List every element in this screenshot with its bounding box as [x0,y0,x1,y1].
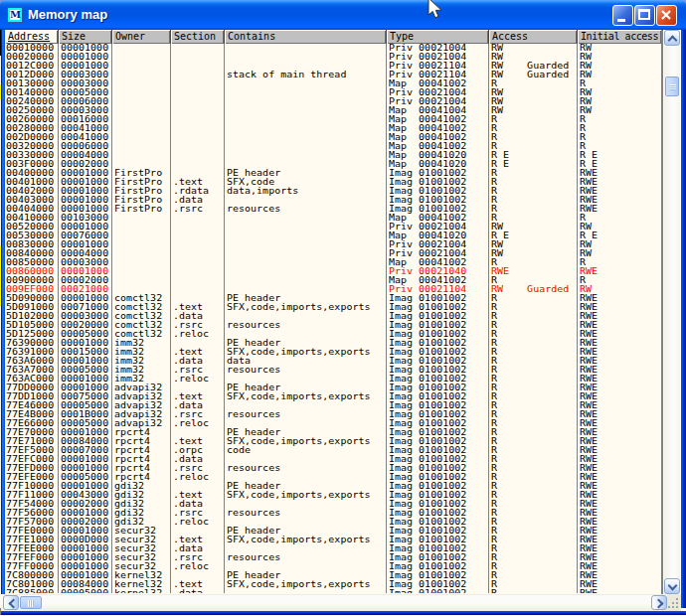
cell-access: R [491,410,497,418]
cell-type: Imag 01001002 [389,375,466,383]
column-header-section[interactable]: Section [171,30,224,44]
cell-size: 00001000 [61,464,108,472]
cell-contains: data [227,357,251,365]
cell-address: 77FE1000 [6,536,54,543]
cell-contains: resources [227,366,280,374]
maximize-button[interactable] [634,5,655,26]
cell-size: 00005000 [61,589,108,593]
cell-type: Imag 01001002 [389,401,466,409]
cell-size: 00001000 [61,571,108,579]
cell-access: R [491,169,497,177]
scroll-up-button[interactable] [664,30,680,46]
resize-gripper[interactable] [667,595,681,611]
table-body[interactable]: 0001000000001000Priv 00021004RWRW0002000… [5,44,661,593]
window-border-right [680,30,686,608]
close-button[interactable] [656,5,677,26]
cell-type: Imag 01001002 [389,571,466,579]
cell-section: .text [173,178,203,186]
thumb-grip [28,600,34,607]
cell-size: 00001000 [61,455,108,463]
scroll-down-button[interactable] [664,578,680,594]
cell-size: 00001000 [61,375,108,383]
column-header-type[interactable]: Type [387,30,488,44]
cell-initial-access: RW [580,285,592,293]
horizontal-scroll-thumb[interactable] [20,596,42,609]
horizontal-scrollbar[interactable] [1,594,681,611]
cell-address: 00020000 [6,53,54,61]
cell-contains: PE header [227,339,280,347]
scroll-right-button[interactable] [651,595,667,610]
cell-address: 77F10000 [6,482,54,490]
vertical-scrollbar[interactable] [664,30,680,594]
cell-address: 00010000 [6,44,54,52]
cell-address: 00410000 [6,214,54,222]
cell-section: .data [173,401,203,409]
cell-initial-access: R E [580,231,598,239]
cell-initial-access: RWE [580,500,598,508]
chevron-down-icon [668,581,678,591]
cell-size: 00001000 [61,240,108,248]
cell-owner: comctl32 [114,294,162,302]
cell-access: R [491,196,497,204]
cell-access: R [491,428,497,436]
cell-owner: FirstPro [114,196,162,204]
cell-contains: SFX,code,imports,exports [227,303,371,311]
cell-initial-access: RWE [580,553,598,561]
column-divider [58,44,59,593]
column-header-owner[interactable]: Owner [112,30,170,44]
cell-contains: SFX,code,imports,exports [227,580,371,588]
cell-size: 00006000 [61,97,108,105]
cell-contains: PE header [227,384,280,391]
cell-address: 77F11000 [6,491,54,499]
memory-map-window: M Memory map AddressSizeOwnerSectionCont… [0,0,686,616]
cell-size: 00084000 [61,437,108,445]
cell-initial-access: RWE [580,169,598,177]
cell-access: R [491,518,497,526]
cell-address: 763A7000 [6,366,54,374]
cell-access: R [491,419,497,427]
cell-initial-access: R [580,133,586,141]
cell-address: 00400000 [6,169,54,177]
cell-owner: secur32 [114,536,156,543]
cell-access: R [491,509,497,517]
cell-type: Imag 01001002 [389,169,466,177]
app-icon-letter: M [10,10,20,20]
cell-type: Priv 00021004 [389,97,466,105]
cell-initial-access: RW [580,223,592,231]
cell-initial-access: RWE [580,580,598,588]
column-header-size[interactable]: Size [59,30,111,44]
cell-type: Imag 01001002 [389,312,466,320]
scroll-left-button[interactable] [3,595,19,610]
cell-initial-access: RWE [580,392,598,400]
cell-type: Map 00041002 [389,79,466,87]
cell-type: Imag 01001002 [389,321,466,329]
cell-initial-access: RWE [580,348,598,356]
cell-size: 00002000 [61,160,108,168]
cell-address: 00830000 [6,240,54,248]
vertical-scroll-thumb[interactable] [665,77,679,96]
cell-access: R [491,366,497,374]
column-header-address[interactable]: Address [5,30,58,44]
column-header-access[interactable]: Access [489,30,577,44]
minimize-button[interactable] [612,5,633,26]
cell-size: 00001000 [61,62,108,70]
cell-owner: rpcrt4 [114,428,150,436]
cell-access: R [491,589,497,593]
cell-type: Imag 01001002 [389,205,466,213]
cell-size: 00002000 [61,276,108,284]
cell-initial-access: RWE [580,437,598,445]
cell-section: .text [173,580,203,588]
cell-owner: rpcrt4 [114,473,150,481]
title-bar[interactable]: M Memory map [0,0,686,30]
cell-section: .rsrc [173,205,203,213]
cell-address: 00402000 [6,187,54,195]
cell-address: 77E70000 [6,428,54,436]
table-row[interactable]: 7C88500000005000kernel32.dataImag 010010… [5,589,661,593]
column-header-contains[interactable]: Contains [225,30,386,44]
cell-type: Imag 01001002 [389,357,466,365]
cell-section: .reloc [173,375,209,383]
column-header-initial-access[interactable]: Initial access [578,30,661,44]
cell-access: R [491,276,497,284]
cell-address: 00860000 [6,267,54,275]
cell-section: .text [173,303,203,311]
